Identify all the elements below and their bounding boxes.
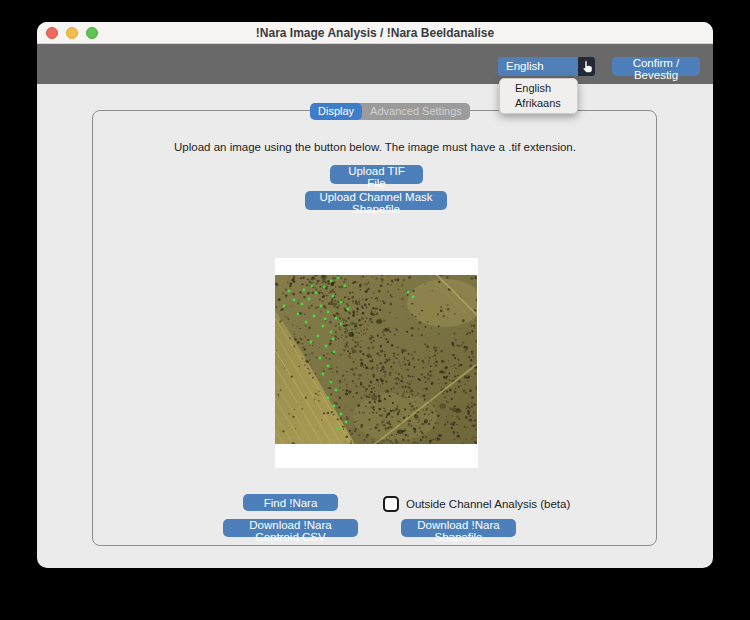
fullscreen-button[interactable]: [86, 27, 98, 39]
desktop-background: !Nara Image Analysis / !Nara Beeldanalis…: [0, 0, 750, 620]
download-shapefile-button[interactable]: Download !Nara Shapefile: [401, 519, 516, 537]
download-centroid-csv-button[interactable]: Download !Nara Centroid CSV: [223, 519, 358, 537]
tab-display[interactable]: Display: [310, 103, 362, 120]
pointer-hand-cursor-icon: [581, 60, 593, 73]
upload-tif-button[interactable]: Upload TIF File: [330, 165, 423, 184]
upload-channel-mask-button[interactable]: Upload Channel Mask Shapefile: [305, 191, 447, 210]
language-menu: English Afrikaans: [499, 78, 578, 114]
tab-bar: Display Advanced Settings: [310, 103, 470, 120]
outside-channel-checkbox[interactable]: [383, 496, 399, 512]
close-button[interactable]: [46, 27, 58, 39]
aerial-image: [275, 275, 477, 444]
instruction-text: Upload an image using the button below. …: [37, 141, 713, 153]
toolbar: English Confirm / Bevestig: [37, 44, 713, 84]
language-dropdown-value: English: [506, 60, 544, 72]
outside-channel-label: Outside Channel Analysis (beta): [406, 498, 570, 510]
image-canvas: [275, 258, 478, 468]
tab-advanced-settings[interactable]: Advanced Settings: [362, 103, 470, 120]
dropdown-arrow-box[interactable]: [578, 57, 595, 76]
window-title: !Nara Image Analysis / !Nara Beeldanalis…: [37, 22, 713, 44]
minimize-button[interactable]: [66, 27, 78, 39]
traffic-lights: [46, 22, 98, 44]
aerial-image-preview: [275, 275, 477, 444]
confirm-button[interactable]: Confirm / Bevestig: [612, 57, 700, 76]
language-option-afrikaans[interactable]: Afrikaans: [500, 96, 577, 111]
language-option-english[interactable]: English: [500, 81, 577, 96]
app-window: !Nara Image Analysis / !Nara Beeldanalis…: [37, 22, 713, 568]
titlebar: !Nara Image Analysis / !Nara Beeldanalis…: [37, 22, 713, 44]
find-nara-button[interactable]: Find !Nara: [243, 494, 338, 511]
language-dropdown[interactable]: English: [498, 57, 578, 76]
